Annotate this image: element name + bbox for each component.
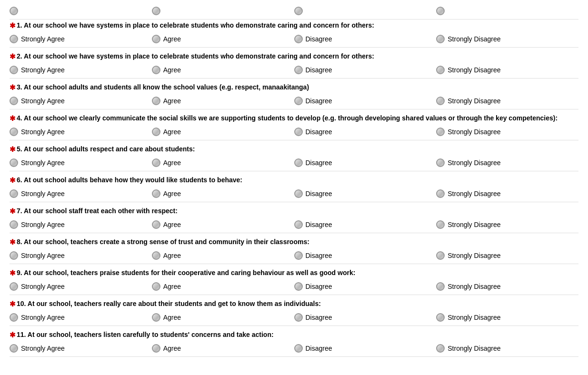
option-label-strongly_agree: Strongly Agree bbox=[21, 128, 65, 136]
option-q4-disagree[interactable]: Disagree bbox=[294, 128, 437, 136]
option-q1-strongly_agree[interactable]: Strongly Agree bbox=[10, 35, 152, 43]
radio-icon[interactable] bbox=[10, 35, 18, 43]
option-label-disagree: Disagree bbox=[306, 159, 332, 167]
option-label-strongly_disagree: Strongly Disagree bbox=[448, 128, 500, 136]
option-q4-strongly_agree[interactable]: Strongly Agree bbox=[10, 128, 152, 136]
radio-icon[interactable] bbox=[152, 251, 160, 260]
question-label-q6: ✱6. At out school adults behave how they… bbox=[10, 176, 578, 185]
option-q11-agree[interactable]: Agree bbox=[152, 344, 294, 353]
radio-icon[interactable] bbox=[294, 35, 303, 43]
radio-icon[interactable] bbox=[152, 344, 160, 353]
option-q8-disagree[interactable]: Disagree bbox=[294, 251, 437, 260]
radio-icon[interactable] bbox=[152, 35, 160, 43]
option-q11-disagree[interactable]: Disagree bbox=[294, 344, 437, 353]
radio-icon[interactable] bbox=[436, 189, 445, 198]
option-q6-strongly_disagree[interactable]: Strongly Disagree bbox=[436, 189, 578, 198]
option-q2-strongly_disagree[interactable]: Strongly Disagree bbox=[436, 66, 578, 74]
option-q4-agree[interactable]: Agree bbox=[152, 128, 294, 136]
option-q6-agree[interactable]: Agree bbox=[152, 189, 294, 198]
option-q7-agree[interactable]: Agree bbox=[152, 220, 294, 229]
option-q2-disagree[interactable]: Disagree bbox=[294, 66, 437, 74]
radio-icon[interactable] bbox=[10, 158, 18, 167]
option-q7-strongly_disagree[interactable]: Strongly Disagree bbox=[436, 220, 578, 229]
option-q1-strongly_disagree[interactable]: Strongly Disagree bbox=[436, 35, 578, 43]
radio-icon[interactable] bbox=[152, 220, 160, 229]
radio-icon[interactable] bbox=[152, 97, 160, 105]
option-q3-disagree[interactable]: Disagree bbox=[294, 97, 437, 105]
option-q11-strongly_disagree[interactable]: Strongly Disagree bbox=[436, 344, 578, 353]
radio-icon[interactable] bbox=[294, 189, 303, 198]
option-q5-disagree[interactable]: Disagree bbox=[294, 158, 437, 167]
options-row-q4: Strongly AgreeAgreeDisagreeStrongly Disa… bbox=[10, 126, 578, 138]
option-q8-agree[interactable]: Agree bbox=[152, 251, 294, 260]
option-q7-disagree[interactable]: Disagree bbox=[294, 220, 437, 229]
option-q2-strongly_agree[interactable]: Strongly Agree bbox=[10, 66, 152, 74]
radio-icon[interactable] bbox=[436, 158, 445, 167]
radio-icon[interactable] bbox=[294, 158, 303, 167]
option-q2-agree[interactable]: Agree bbox=[152, 66, 294, 74]
radio-icon[interactable] bbox=[152, 282, 160, 291]
option-label-disagree: Disagree bbox=[306, 66, 332, 74]
radio-icon[interactable] bbox=[436, 35, 445, 43]
option-label-agree: Agree bbox=[163, 252, 181, 259]
option-q1-disagree[interactable]: Disagree bbox=[294, 35, 437, 43]
radio-icon[interactable] bbox=[294, 220, 303, 229]
option-q8-strongly_disagree[interactable]: Strongly Disagree bbox=[436, 251, 578, 260]
radio-icon[interactable] bbox=[436, 66, 445, 74]
option-q6-disagree[interactable]: Disagree bbox=[294, 189, 437, 198]
option-q7-strongly_agree[interactable]: Strongly Agree bbox=[10, 220, 152, 229]
radio-icon[interactable] bbox=[152, 128, 160, 136]
option-q9-disagree[interactable]: Disagree bbox=[294, 282, 437, 291]
option-q4-strongly_disagree[interactable]: Strongly Disagree bbox=[436, 128, 578, 136]
radio-icon[interactable] bbox=[10, 189, 18, 198]
radio-icon[interactable] bbox=[436, 282, 445, 291]
radio-icon[interactable] bbox=[10, 344, 18, 353]
option-q8-strongly_agree[interactable]: Strongly Agree bbox=[10, 251, 152, 260]
option-q9-strongly_agree[interactable]: Strongly Agree bbox=[10, 282, 152, 291]
radio-icon[interactable] bbox=[436, 97, 445, 105]
option-label-disagree: Disagree bbox=[306, 283, 332, 290]
radio-icon[interactable] bbox=[152, 66, 160, 74]
radio-icon[interactable] bbox=[10, 313, 18, 322]
option-q5-strongly_disagree[interactable]: Strongly Disagree bbox=[436, 158, 578, 167]
radio-icon[interactable] bbox=[294, 66, 303, 74]
option-q3-strongly_agree[interactable]: Strongly Agree bbox=[10, 97, 152, 105]
option-q10-agree[interactable]: Agree bbox=[152, 313, 294, 322]
radio-icon[interactable] bbox=[10, 128, 18, 136]
option-label-strongly_disagree: Strongly Disagree bbox=[448, 252, 500, 259]
option-q3-strongly_disagree[interactable]: Strongly Disagree bbox=[436, 97, 578, 105]
radio-icon[interactable] bbox=[436, 251, 445, 260]
radio-icon[interactable] bbox=[10, 282, 18, 291]
option-q9-strongly_disagree[interactable]: Strongly Disagree bbox=[436, 282, 578, 291]
radio-icon[interactable] bbox=[294, 128, 303, 136]
header-strongly-disagree bbox=[436, 7, 578, 15]
radio-icon[interactable] bbox=[294, 251, 303, 260]
option-q10-strongly_agree[interactable]: Strongly Agree bbox=[10, 313, 152, 322]
radio-icon[interactable] bbox=[10, 251, 18, 260]
radio-icon[interactable] bbox=[294, 97, 303, 105]
radio-icon[interactable] bbox=[152, 189, 160, 198]
option-q1-agree[interactable]: Agree bbox=[152, 35, 294, 43]
radio-icon[interactable] bbox=[10, 220, 18, 229]
question-text-q5: 5. At our school adults respect and care… bbox=[17, 145, 195, 153]
option-q10-disagree[interactable]: Disagree bbox=[294, 313, 437, 322]
option-q11-strongly_agree[interactable]: Strongly Agree bbox=[10, 344, 152, 353]
radio-icon[interactable] bbox=[436, 220, 445, 229]
radio-icon[interactable] bbox=[152, 313, 160, 322]
option-q5-strongly_agree[interactable]: Strongly Agree bbox=[10, 158, 152, 167]
radio-icon[interactable] bbox=[294, 344, 303, 353]
option-q6-strongly_agree[interactable]: Strongly Agree bbox=[10, 189, 152, 198]
radio-icon[interactable] bbox=[294, 282, 303, 291]
radio-icon[interactable] bbox=[10, 66, 18, 74]
radio-icon[interactable] bbox=[10, 97, 18, 105]
radio-icon[interactable] bbox=[436, 313, 445, 322]
option-q9-agree[interactable]: Agree bbox=[152, 282, 294, 291]
required-asterisk: ✱ bbox=[10, 238, 16, 247]
radio-icon[interactable] bbox=[436, 344, 445, 353]
radio-icon[interactable] bbox=[152, 158, 160, 167]
option-q5-agree[interactable]: Agree bbox=[152, 158, 294, 167]
option-q3-agree[interactable]: Agree bbox=[152, 97, 294, 105]
radio-icon[interactable] bbox=[294, 313, 303, 322]
radio-icon[interactable] bbox=[436, 128, 445, 136]
option-q10-strongly_disagree[interactable]: Strongly Disagree bbox=[436, 313, 578, 322]
